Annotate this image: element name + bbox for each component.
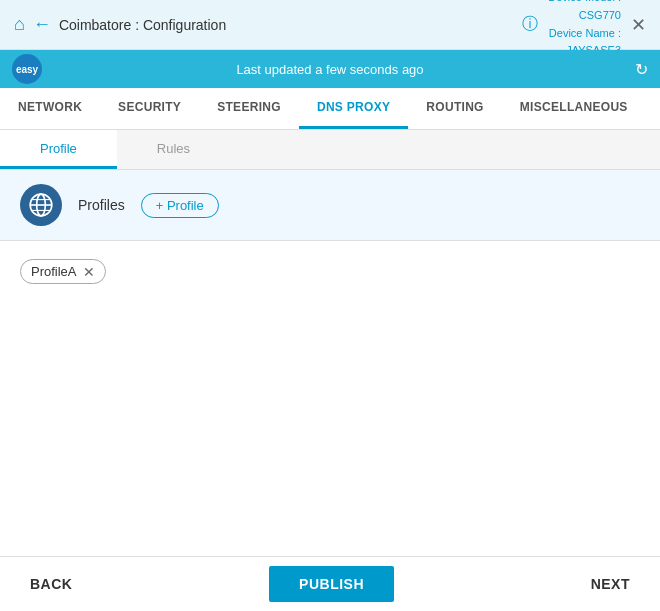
top-bar-left: ⌂ ← Coimbatore : Configuration — [14, 14, 226, 35]
back-nav-icon[interactable]: ← — [33, 14, 51, 35]
publish-button[interactable]: PUBLISH — [269, 566, 394, 602]
profile-tag-label: ProfileA — [31, 264, 77, 279]
nav-tabs: NETWORK SECURITY STEERING DNS PROXY ROUT… — [0, 88, 660, 130]
tab-miscellaneous[interactable]: MISCELLANEOUS — [502, 88, 646, 129]
profile-tag-profilea: ProfileA ✕ — [20, 259, 106, 284]
tab-dns-proxy[interactable]: DNS PROXY — [299, 88, 408, 129]
home-icon[interactable]: ⌂ — [14, 14, 25, 35]
easy-logo: easy — [12, 54, 42, 84]
close-icon[interactable]: ✕ — [631, 14, 646, 36]
profiles-row: Profiles + Profile — [0, 170, 660, 241]
sub-tabs: Profile Rules — [0, 130, 660, 170]
profile-tag-close-icon[interactable]: ✕ — [83, 265, 95, 279]
breadcrumb: Coimbatore : Configuration — [59, 17, 226, 33]
status-message: Last updated a few seconds ago — [236, 62, 423, 77]
profile-tags-area: ProfileA ✕ — [0, 241, 660, 441]
back-button[interactable]: BACK — [30, 576, 72, 592]
tab-routing[interactable]: ROUTING — [408, 88, 501, 129]
tab-steering[interactable]: STEERING — [199, 88, 299, 129]
subtab-profile[interactable]: Profile — [0, 130, 117, 169]
add-profile-button[interactable]: + Profile — [141, 193, 219, 218]
dns-icon — [20, 184, 62, 226]
tab-security[interactable]: SECURITY — [100, 88, 199, 129]
refresh-icon[interactable]: ↻ — [635, 60, 648, 79]
next-button[interactable]: NEXT — [591, 576, 630, 592]
main-content: Profiles + Profile ProfileA ✕ — [0, 170, 660, 556]
top-bar: ⌂ ← Coimbatore : Configuration ⓘ Device … — [0, 0, 660, 50]
footer: BACK PUBLISH NEXT — [0, 556, 660, 611]
info-icon[interactable]: ⓘ — [522, 14, 538, 35]
device-model-label: Device Model : CSG770 — [548, 0, 621, 25]
subtab-rules[interactable]: Rules — [117, 130, 230, 169]
status-bar: easy Last updated a few seconds ago ↻ — [0, 50, 660, 88]
tab-network[interactable]: NETWORK — [0, 88, 100, 129]
profiles-label: Profiles — [78, 197, 125, 213]
